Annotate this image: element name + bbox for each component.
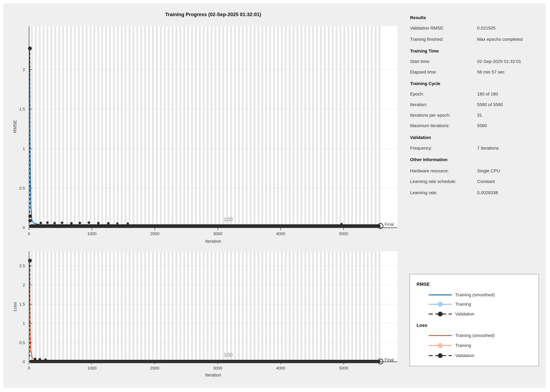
training-cycle-header: Training Cycle — [410, 81, 549, 86]
results-header: Results — [410, 15, 549, 21]
maximum-iterations-value: 5580 — [477, 123, 549, 129]
training-time-header: Training Time — [410, 48, 549, 54]
legend-rmse-validation: Validation — [428, 311, 474, 317]
loss-xtick-5000: 5000 — [331, 366, 356, 371]
rmse-training-smoothed-swatch — [428, 292, 452, 298]
loss-ytick-1: 1 — [9, 321, 25, 326]
legend-loss-validation: Validation — [428, 353, 474, 358]
rmse-final-label: Final — [385, 222, 394, 227]
validation-header: Validation — [410, 135, 549, 140]
maximum-iterations-row: Maximum iterations: 5580 — [410, 123, 549, 129]
legend-label: Training (smoothed) — [455, 333, 495, 338]
loss-epoch-100-label: 100 — [216, 352, 241, 358]
elapsed-time-row: Elapsed time: 58 min 57 sec — [410, 69, 549, 75]
learning-rate-schedule-value: Constant — [477, 179, 549, 184]
rmse-ytick-1_5: 1.5 — [9, 107, 25, 112]
epoch-row: Epoch: 180 of 180 — [410, 91, 549, 97]
loss-y-axis-label: Loss — [13, 302, 18, 311]
loss-ytick-0_5: 0.5 — [9, 340, 25, 345]
hardware-resource-value: Single CPU — [477, 168, 549, 174]
learning-rate-row: Learning rate: 0.0028338 — [410, 190, 549, 196]
loss-training-smoothed-swatch — [428, 333, 452, 338]
legend-label: Validation — [455, 312, 474, 317]
legend-label: Validation — [455, 353, 474, 358]
training-progress-window: Training Progress (02-Sep-2025 01:32:01)… — [0, 0, 550, 392]
epoch-value: 180 of 180 — [477, 91, 549, 97]
iterations-per-epoch-value: 31 — [477, 112, 549, 118]
loss-validation-swatch — [428, 353, 452, 358]
loss-xtick-4000: 4000 — [268, 366, 293, 371]
frequency-label: Frequency: — [410, 145, 477, 151]
rmse-epoch-100-label: 100 — [216, 216, 241, 223]
rmse-xtick-3000: 3000 — [205, 231, 230, 236]
legend-box: RMSE Training (smoothed) Training Valida… — [410, 274, 539, 366]
elapsed-time-label: Elapsed time: — [410, 69, 477, 75]
page-title: Training Progress (02-Sep-2025 01:32:01) — [134, 12, 292, 17]
legend-rmse-header: RMSE — [417, 281, 430, 287]
legend-label: Training (smoothed) — [455, 292, 495, 297]
training-finished-label: Training finished: — [410, 36, 477, 42]
iterations-per-epoch-row: Iterations per epoch: 31 — [410, 112, 549, 118]
rmse-y-axis-label: RMSE — [13, 120, 18, 133]
legend-label: Training — [455, 302, 471, 307]
rmse-validation-swatch — [428, 311, 452, 317]
rmse-ytick-1: 1 — [9, 146, 25, 151]
hardware-resource-row: Hardware resource: Single CPU — [410, 168, 549, 174]
learning-rate-schedule-row: Learning rate schedule: Constant — [410, 179, 549, 184]
hardware-resource-label: Hardware resource: — [410, 168, 477, 174]
legend-loss-training-smoothed: Training (smoothed) — [428, 333, 495, 338]
learning-rate-schedule-label: Learning rate schedule: — [410, 179, 477, 184]
learning-rate-value: 0.0028338 — [477, 190, 549, 196]
loss-ytick-2_5: 2.5 — [9, 263, 25, 268]
maximum-iterations-label: Maximum iterations: — [410, 123, 477, 129]
loss-ytick-0: 0 — [9, 359, 25, 364]
rmse-ytick-2: 2 — [9, 67, 25, 72]
legend-rmse-training-smoothed: Training (smoothed) — [428, 292, 495, 298]
loss-xtick-2000: 2000 — [142, 366, 167, 371]
other-information-header: Other Information — [410, 157, 549, 162]
loss-xtick-0: 0 — [16, 366, 42, 371]
training-finished-value: Max epochs completed — [477, 36, 549, 42]
rmse-xtick-1000: 1000 — [79, 231, 104, 236]
frequency-value: 7 iterations — [477, 145, 549, 151]
legend-label: Training — [455, 343, 471, 348]
legend-loss-training: Training — [428, 343, 471, 348]
start-time-value: 02-Sep-2025 01:32:01 — [477, 59, 549, 64]
rmse-ytick-0: 0 — [9, 225, 25, 230]
loss-xtick-1000: 1000 — [79, 366, 104, 371]
legend-rmse-training: Training — [428, 301, 471, 307]
rmse-ytick-0_5: 0.5 — [9, 186, 25, 191]
epoch-label: Epoch: — [410, 91, 477, 97]
learning-rate-label: Learning rate: — [410, 190, 477, 196]
rmse-xtick-5000: 5000 — [331, 231, 356, 236]
rmse-xtick-2000: 2000 — [142, 231, 167, 236]
iteration-value: 5580 of 5580 — [477, 102, 549, 107]
validation-rmse-value: 0.021505 — [477, 25, 549, 31]
loss-ytick-2: 2 — [9, 282, 25, 287]
rmse-xtick-4000: 4000 — [268, 231, 293, 236]
rmse-xtick-0: 0 — [16, 231, 42, 236]
start-time-row: Start time: 02-Sep-2025 01:32:01 — [410, 59, 549, 64]
validation-rmse-label: Validation RMSE: — [410, 25, 477, 31]
loss-training-swatch — [428, 343, 452, 348]
frequency-row: Frequency: 7 iterations — [410, 145, 549, 151]
training-finished-row: Training finished: Max epochs completed — [410, 36, 549, 42]
iteration-row: Iteration: 5580 of 5580 — [410, 102, 549, 107]
rmse-x-axis-label: Iteration — [197, 239, 229, 244]
rmse-training-swatch — [428, 301, 452, 307]
iteration-label: Iteration: — [410, 102, 477, 107]
loss-final-label: Final — [385, 357, 394, 362]
iterations-per-epoch-label: Iterations per epoch: — [410, 112, 477, 118]
loss-xtick-3000: 3000 — [205, 366, 230, 371]
loss-x-axis-label: Iteration — [197, 372, 229, 378]
validation-rmse-row: Validation RMSE: 0.021505 — [410, 25, 549, 31]
start-time-label: Start time: — [410, 59, 477, 64]
elapsed-time-value: 58 min 57 sec — [477, 69, 549, 75]
legend-loss-header: Loss — [417, 322, 427, 328]
